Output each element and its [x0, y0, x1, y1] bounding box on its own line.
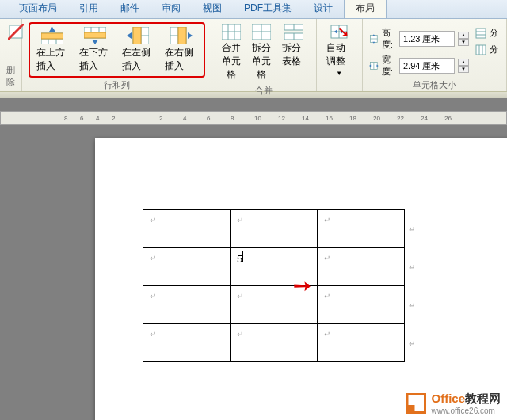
row-height-control: 高度: ▲▼	[369, 27, 469, 51]
table-row[interactable]: ↵ ↵ ↵↵	[143, 324, 405, 362]
merge-cells-label: 合并 单元格	[222, 41, 241, 82]
tab-view[interactable]: 视图	[192, 0, 233, 18]
tab-layout[interactable]: 布局	[344, 0, 387, 18]
ribbon-tabs: 页面布局 引用 邮件 审阅 视图 PDF工具集 设计 布局	[0, 0, 507, 19]
table-cell[interactable]: ↵	[231, 210, 318, 248]
insert-above-icon	[41, 27, 63, 44]
insert-below-button[interactable]: 在下方插入	[76, 25, 114, 74]
table-row[interactable]: ↵ 5 ↵↵	[143, 248, 405, 286]
text-cursor	[242, 251, 243, 262]
width-label: 宽度:	[382, 54, 396, 78]
row-end-mark-icon: ↵	[409, 300, 415, 309]
tab-mailings[interactable]: 邮件	[109, 0, 151, 18]
svg-rect-6	[41, 33, 63, 39]
col-width-control: 宽度: ▲▼	[369, 54, 469, 78]
svg-rect-48	[476, 29, 486, 38]
insert-right-button[interactable]: 在右侧插入	[162, 25, 200, 74]
autofit-label: 自动调整	[326, 41, 353, 68]
table-cell[interactable]: ↵	[231, 324, 318, 362]
svg-marker-7	[49, 27, 55, 32]
height-input[interactable]	[399, 31, 455, 47]
spinner-up-icon[interactable]: ▲	[458, 32, 469, 39]
insert-below-label: 在下方插入	[79, 46, 111, 73]
merge-cells-icon	[222, 24, 241, 40]
table-cell[interactable]: ↵↵	[318, 324, 405, 362]
merge-cells-button[interactable]: 合并 单元格	[219, 22, 244, 83]
svg-rect-51	[476, 45, 486, 55]
split-cells-button[interactable]: 拆分 单元格	[249, 22, 274, 83]
watermark-brand: Office	[431, 391, 465, 405]
paragraph-mark-icon: ↵	[237, 216, 243, 224]
insert-right-label: 在右侧插入	[165, 46, 196, 73]
height-icon	[369, 32, 379, 45]
group-delete: 删除	[0, 19, 22, 91]
svg-rect-17	[133, 27, 141, 44]
tab-review[interactable]: 审阅	[151, 0, 192, 18]
document-editor: 8 6 4 2 2 4 6 8 10 12 14 16 18 20 22 24 …	[0, 98, 507, 420]
group-cell-size: 高度: ▲▼ 宽度: ▲▼ 分 分	[362, 19, 507, 91]
table-cell[interactable]: ↵↵	[318, 286, 405, 324]
table-cell[interactable]: ↵↵	[318, 210, 405, 248]
annotation-arrow-tab: ➘	[337, 22, 350, 41]
tab-pdf-tools[interactable]: PDF工具集	[233, 0, 303, 18]
distribute-cols-icon	[475, 44, 486, 55]
group-label: 行和列	[29, 78, 205, 91]
table-cell[interactable]: ↵	[143, 286, 231, 324]
horizontal-ruler[interactable]: 8 6 4 2 2 4 6 8 10 12 14 16 18 20 22 24 …	[0, 111, 507, 125]
split-table-label: 拆分表格	[282, 41, 307, 68]
insert-left-label: 在左侧插入	[122, 46, 154, 73]
ribbon: 删除 在上方插入 在下方插入 在左侧插入 在右侧插入 行和列	[0, 19, 507, 92]
table-cell[interactable]: ↵	[143, 248, 231, 286]
group-rows-cols: 在上方插入 在下方插入 在左侧插入 在右侧插入 行和列	[22, 19, 212, 91]
table-cell[interactable]: ↵↵	[318, 248, 405, 286]
paragraph-mark-icon: ↵	[150, 254, 156, 262]
insert-above-button[interactable]: 在上方插入	[33, 25, 71, 74]
row-end-mark-icon: ↵	[409, 262, 415, 271]
height-label: 高度:	[382, 27, 396, 51]
delete-icon	[8, 24, 24, 40]
paragraph-mark-icon: ↵	[324, 216, 330, 224]
office-logo-icon	[406, 393, 426, 414]
insert-below-icon	[84, 27, 106, 44]
watermark: Office教程网 www.office26.com	[406, 391, 501, 415]
insert-left-button[interactable]: 在左侧插入	[119, 25, 157, 74]
spinner-up-icon[interactable]: ▲	[458, 59, 469, 66]
paragraph-mark-icon: ↵	[237, 330, 243, 338]
watermark-url: www.office26.com	[431, 407, 501, 415]
row-end-mark-icon: ↵	[409, 224, 415, 233]
paragraph-mark-icon: ↵	[150, 216, 156, 224]
document-page[interactable]: ↵ ↵ ↵↵ ↵ 5 ↵↵ ↵ ↵ ↵↵ ↵ ↵ ↵↵ ➚	[95, 138, 507, 420]
distribute-cols-button[interactable]: 分	[475, 44, 498, 55]
spinner-down-icon[interactable]: ▼	[458, 66, 469, 73]
table-cell[interactable]: ↵	[143, 324, 231, 362]
paragraph-mark-icon: ↵	[324, 254, 330, 262]
split-table-button[interactable]: 拆分表格	[279, 22, 310, 70]
table-row[interactable]: ↵ ↵ ↵↵	[143, 286, 405, 324]
svg-rect-12	[84, 32, 106, 38]
paragraph-mark-icon: ↵	[237, 292, 243, 300]
document-table[interactable]: ↵ ↵ ↵↵ ↵ 5 ↵↵ ↵ ↵ ↵↵ ↵ ↵ ↵↵	[143, 209, 405, 362]
svg-marker-23	[188, 32, 193, 39]
table-row[interactable]: ↵ ↵ ↵↵	[143, 210, 405, 248]
split-table-icon	[284, 24, 303, 40]
width-spinner[interactable]: ▲▼	[458, 59, 469, 73]
row-end-mark-icon: ↵	[409, 338, 415, 347]
tab-page-layout[interactable]: 页面布局	[8, 0, 68, 18]
distribute-rows-button[interactable]: 分	[475, 27, 498, 39]
svg-marker-18	[127, 32, 132, 39]
svg-rect-22	[178, 27, 186, 44]
group-label: 合并	[219, 83, 310, 97]
table-cell[interactable]: ↵	[143, 210, 231, 248]
spinner-down-icon[interactable]: ▼	[458, 39, 469, 46]
tab-references[interactable]: 引用	[68, 0, 109, 18]
tab-design[interactable]: 设计	[303, 0, 344, 18]
paragraph-mark-icon: ↵	[150, 330, 156, 338]
distribute-rows-icon	[475, 28, 486, 39]
delete-button[interactable]	[6, 22, 25, 41]
paragraph-mark-icon: ↵	[150, 292, 156, 300]
height-spinner[interactable]: ▲▼	[458, 32, 469, 46]
insert-above-label: 在上方插入	[36, 46, 68, 73]
width-input[interactable]	[399, 58, 455, 74]
group-label: 单元格大小	[369, 78, 500, 91]
cell-content: 5	[237, 253, 242, 265]
